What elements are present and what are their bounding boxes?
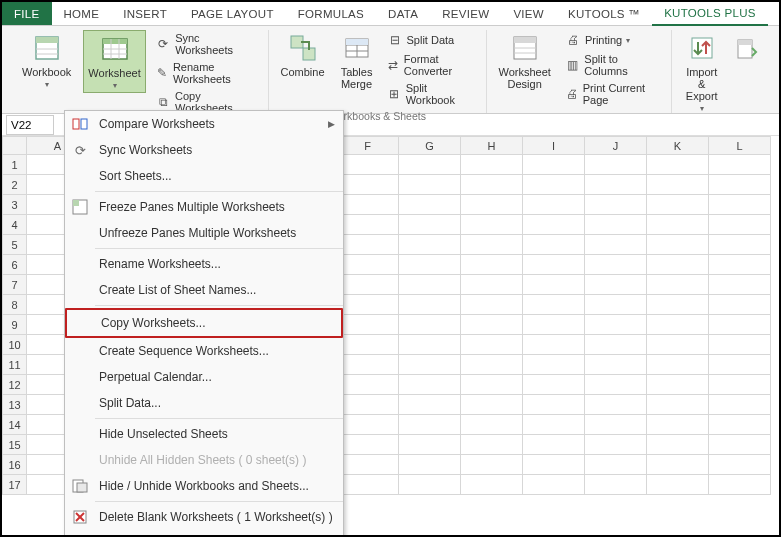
cell[interactable] [709, 195, 771, 215]
worksheet-button[interactable]: Worksheet ▾ [83, 30, 145, 93]
cell[interactable] [337, 415, 399, 435]
tab-formulas[interactable]: FORMULAS [286, 2, 376, 25]
split-columns-button[interactable]: ▥ Split to Columns [563, 51, 664, 79]
cell[interactable] [647, 315, 709, 335]
cell[interactable] [709, 295, 771, 315]
cell[interactable] [399, 155, 461, 175]
cell[interactable] [523, 415, 585, 435]
cell[interactable] [523, 475, 585, 495]
col-header[interactable]: F [337, 137, 399, 155]
cell[interactable] [461, 255, 523, 275]
menu-rename-worksheets[interactable]: Rename Worksheets... [65, 251, 343, 277]
cell[interactable] [523, 195, 585, 215]
menu-delete-blank[interactable]: Delete Blank Worksheets ( 1 Worksheet(s)… [65, 504, 343, 530]
col-header[interactable]: L [709, 137, 771, 155]
cell[interactable] [709, 375, 771, 395]
cell[interactable] [337, 275, 399, 295]
row-header[interactable]: 14 [3, 415, 27, 435]
cell[interactable] [461, 335, 523, 355]
row-header[interactable]: 13 [3, 395, 27, 415]
cell[interactable] [709, 435, 771, 455]
print-current-page-button[interactable]: 🖨 Print Current Page [563, 80, 664, 108]
cell[interactable] [399, 335, 461, 355]
cell[interactable] [337, 255, 399, 275]
worksheet-design-button[interactable]: Worksheet Design [495, 30, 555, 92]
cell[interactable] [647, 295, 709, 315]
menu-split-data[interactable]: Split Data... [65, 390, 343, 416]
cell[interactable] [399, 295, 461, 315]
cell[interactable] [647, 375, 709, 395]
cell[interactable] [709, 175, 771, 195]
cell[interactable] [337, 215, 399, 235]
row-header[interactable]: 5 [3, 235, 27, 255]
cell[interactable] [399, 415, 461, 435]
cell[interactable] [647, 335, 709, 355]
cell[interactable] [399, 315, 461, 335]
cell[interactable] [585, 375, 647, 395]
cell[interactable] [647, 175, 709, 195]
row-header[interactable]: 11 [3, 355, 27, 375]
cell[interactable] [523, 255, 585, 275]
cell[interactable] [337, 355, 399, 375]
cell[interactable] [523, 395, 585, 415]
row-header[interactable]: 16 [3, 455, 27, 475]
cell[interactable] [399, 375, 461, 395]
cell[interactable] [399, 395, 461, 415]
format-converter-button[interactable]: ⇄ Format Converter [385, 51, 478, 79]
more-button[interactable] [731, 30, 763, 66]
cell[interactable] [461, 295, 523, 315]
cell[interactable] [337, 155, 399, 175]
row-header[interactable]: 4 [3, 215, 27, 235]
cell[interactable] [461, 375, 523, 395]
cell[interactable] [337, 435, 399, 455]
cell[interactable] [709, 475, 771, 495]
cell[interactable] [647, 255, 709, 275]
menu-copy-worksheets[interactable]: Copy Worksheets... [65, 308, 343, 338]
cell[interactable] [337, 175, 399, 195]
row-header[interactable]: 15 [3, 435, 27, 455]
cell[interactable] [709, 215, 771, 235]
cell[interactable] [585, 475, 647, 495]
col-header[interactable]: J [585, 137, 647, 155]
cell[interactable] [523, 335, 585, 355]
cell[interactable] [461, 435, 523, 455]
cell[interactable] [399, 475, 461, 495]
cell[interactable] [523, 275, 585, 295]
tab-review[interactable]: REVIEW [430, 2, 501, 25]
cell[interactable] [647, 415, 709, 435]
cell[interactable] [461, 215, 523, 235]
select-all-corner[interactable] [3, 137, 27, 155]
tables-merge-button[interactable]: Tables Merge [337, 30, 377, 92]
cell[interactable] [523, 375, 585, 395]
sync-worksheets-button[interactable]: ⟳ Sync Worksheets [154, 30, 260, 58]
cell[interactable] [585, 435, 647, 455]
row-header[interactable]: 1 [3, 155, 27, 175]
row-header[interactable]: 2 [3, 175, 27, 195]
cell[interactable] [647, 195, 709, 215]
cell[interactable] [523, 455, 585, 475]
printing-button[interactable]: 🖨 Printing ▾ [563, 30, 664, 50]
cell[interactable] [461, 195, 523, 215]
row-header[interactable]: 6 [3, 255, 27, 275]
cell[interactable] [709, 235, 771, 255]
cell[interactable] [585, 215, 647, 235]
cell[interactable] [399, 195, 461, 215]
cell[interactable] [399, 175, 461, 195]
cell[interactable] [709, 455, 771, 475]
workbook-button[interactable]: Workbook ▾ [18, 30, 75, 91]
cell[interactable] [399, 275, 461, 295]
cell[interactable] [585, 255, 647, 275]
tab-kutools-plus[interactable]: KUTOOLS PLUS [652, 2, 768, 26]
split-workbook-button[interactable]: ⊞ Split Workbook [385, 80, 478, 108]
menu-compare-worksheets[interactable]: Compare Worksheets ▶ [65, 111, 343, 137]
cell[interactable] [523, 175, 585, 195]
cell[interactable] [399, 255, 461, 275]
menu-sync-worksheets[interactable]: ⟳ Sync Worksheets [65, 137, 343, 163]
cell[interactable] [399, 455, 461, 475]
cell[interactable] [585, 235, 647, 255]
row-header[interactable]: 17 [3, 475, 27, 495]
row-header[interactable]: 7 [3, 275, 27, 295]
cell[interactable] [461, 155, 523, 175]
cell[interactable] [585, 355, 647, 375]
cell[interactable] [461, 275, 523, 295]
